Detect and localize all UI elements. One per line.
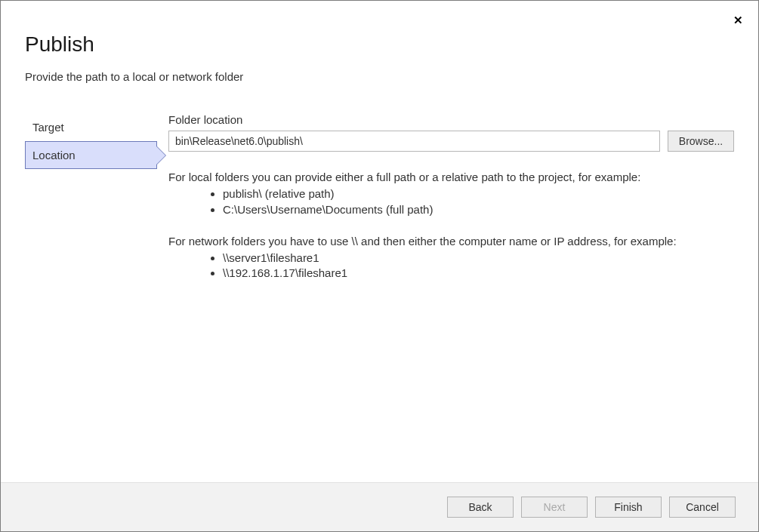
close-icon[interactable]: ✕ [733,14,743,26]
help-network-intro: For network folders you have to use \\ a… [168,234,734,249]
back-button[interactable]: Back [447,497,514,518]
dialog-footer: Back Next Finish Cancel [1,482,758,531]
folder-location-label: Folder location [168,113,734,126]
sidebar-item-location[interactable]: Location [25,141,157,169]
browse-button[interactable]: Browse... [668,131,734,152]
page-title: Publish [25,32,734,57]
help-local-example: publish\ (relative path) [223,186,734,201]
page-subtitle: Provide the path to a local or network f… [25,70,734,83]
help-text: For local folders you can provide either… [168,170,734,281]
next-button: Next [521,497,588,518]
main-panel: Folder location Browse... For local fold… [157,113,734,475]
help-network-example: \\192.168.1.17\fileshare1 [223,266,734,281]
dialog-header: Publish Provide the path to a local or n… [1,1,758,92]
wizard-steps-sidebar: Target Location [25,113,157,475]
help-local-example: C:\Users\Username\Documents (full path) [223,202,734,217]
sidebar-item-label: Target [32,121,64,134]
finish-button[interactable]: Finish [595,497,662,518]
cancel-button[interactable]: Cancel [669,497,736,518]
help-network-example: \\server1\fileshare1 [223,251,734,266]
sidebar-item-target[interactable]: Target [25,113,157,141]
help-local-intro: For local folders you can provide either… [168,170,734,185]
folder-location-input[interactable] [168,131,660,152]
sidebar-item-label: Location [32,149,76,161]
